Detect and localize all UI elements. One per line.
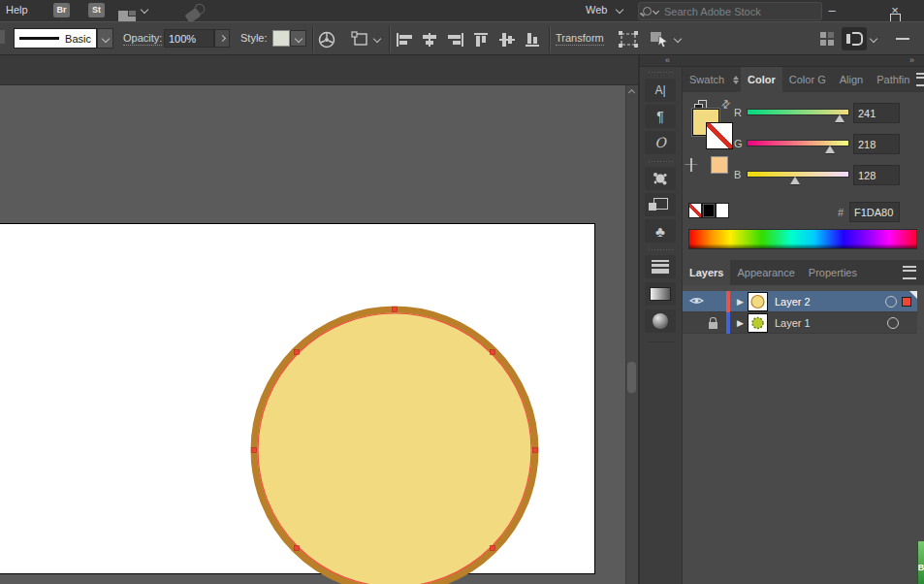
chevron-down-icon (653, 8, 659, 15)
color-spectrum-bar[interactable] (688, 229, 917, 249)
bridge-button[interactable]: Br (53, 3, 70, 17)
value-field-r[interactable] (853, 103, 900, 123)
expand-panels-icon[interactable]: » (909, 55, 914, 65)
style-chevron[interactable] (290, 30, 306, 47)
panel-cycle-icon[interactable] (731, 67, 741, 92)
title-bar: Help Br St Web – × (0, 0, 924, 22)
slider-handle-g[interactable] (825, 146, 835, 153)
scroll-up-icon[interactable] (628, 89, 635, 96)
clipped-control (0, 30, 5, 44)
pathfinder-panel-icon[interactable] (645, 193, 676, 216)
stroke-style-value: Basic (65, 33, 91, 45)
menu-help[interactable]: Help (6, 4, 28, 16)
opacity-field[interactable] (164, 29, 214, 48)
brushes-panel-icon[interactable] (645, 167, 676, 190)
search-input[interactable] (662, 5, 817, 18)
value-field-b[interactable] (853, 165, 900, 185)
bounding-box-icon[interactable] (619, 31, 638, 48)
stroke-panel-icon[interactable] (645, 255, 676, 278)
graphic-style-swatch[interactable] (272, 30, 290, 47)
visibility-eye-icon[interactable] (689, 296, 705, 308)
panel-icon-strip: A| ¶ O ♣ (640, 67, 683, 584)
select-similar-icon[interactable] (650, 31, 671, 48)
arrange-documents-icon[interactable] (118, 11, 136, 21)
divider (389, 26, 391, 52)
slider-handle-b[interactable] (790, 177, 800, 184)
black-swatch[interactable] (702, 203, 716, 218)
color-panel-menu-icon[interactable] (916, 67, 924, 92)
opacity-expand-button[interactable] (214, 29, 230, 48)
vertical-scrollbar[interactable] (625, 85, 638, 584)
none-swatch[interactable] (688, 203, 702, 218)
canvas[interactable] (0, 85, 638, 584)
layer-row-layer1[interactable]: ▶ Layer 1 (683, 312, 917, 334)
target-circle-icon[interactable] (885, 296, 897, 308)
collapse-panels-icon[interactable]: « (665, 55, 670, 65)
character-panel-icon[interactable]: A| (645, 79, 676, 102)
search-icon (643, 7, 652, 16)
layer-thumbnail[interactable] (748, 292, 768, 311)
slider-label-r: R (734, 107, 746, 118)
white-swatch[interactable] (716, 203, 729, 218)
divider (549, 26, 551, 52)
workspace-switcher[interactable]: Web (586, 4, 607, 16)
paragraph-panel-icon[interactable]: ¶ (645, 105, 676, 128)
value-field-g[interactable] (853, 134, 900, 154)
chevron-down-icon[interactable] (373, 35, 381, 43)
transparency-panel-icon[interactable] (645, 309, 676, 333)
slider-handle-r[interactable] (835, 114, 844, 122)
stroke-proxy-swatch[interactable] (706, 122, 733, 149)
document-layout-button[interactable] (842, 27, 867, 50)
hex-field[interactable] (849, 202, 900, 222)
quick-swatches (688, 203, 729, 218)
layer-color-bar (726, 312, 730, 334)
lock-icon[interactable] (705, 317, 720, 329)
document-tab-strip (0, 55, 638, 85)
stroke-style-dropdown[interactable]: Basic (14, 28, 97, 49)
opacity-label[interactable]: Opacity: (123, 32, 162, 46)
expand-chevron-icon[interactable]: ▶ (737, 297, 744, 307)
artwork-layer (0, 85, 638, 584)
tab-appearance[interactable]: Appearance (730, 260, 801, 285)
tab-swatches[interactable]: Swatch (683, 67, 731, 92)
layer-row-layer2[interactable]: ▶ Layer 2 (683, 291, 917, 312)
chevron-down-icon[interactable] (870, 35, 877, 43)
gradient-panel-icon[interactable] (645, 282, 676, 306)
chevron-down-icon[interactable] (141, 6, 148, 14)
expand-chevron-icon[interactable]: ▶ (737, 318, 744, 328)
tab-pathfinder[interactable]: Pathfin (870, 67, 916, 92)
tab-properties[interactable]: Properties (802, 260, 864, 285)
layer-name[interactable]: Layer 2 (775, 296, 885, 308)
gripper[interactable] (648, 71, 675, 75)
layer-name[interactable]: Layer 1 (775, 317, 887, 329)
divider (648, 341, 675, 343)
minimize-button[interactable]: – (822, 1, 842, 20)
web-color-warning-icon[interactable] (690, 158, 692, 172)
shape-properties-icon[interactable] (351, 31, 370, 48)
opentype-panel-icon[interactable]: O (645, 131, 676, 154)
stroke-preview-icon (19, 37, 59, 40)
gripper[interactable] (648, 160, 675, 164)
stroke-style-chevron[interactable] (97, 28, 113, 49)
scrollbar-thumb[interactable] (627, 362, 636, 393)
dock-header: « » (640, 55, 924, 67)
layer-thumbnail[interactable] (748, 313, 768, 333)
target-circle-icon[interactable] (887, 317, 899, 329)
tab-align[interactable]: Align (833, 67, 870, 92)
gripper[interactable] (648, 248, 675, 252)
tab-layers[interactable]: Layers (683, 260, 730, 285)
arrange-documents-icon[interactable] (820, 32, 834, 46)
chevron-down-icon[interactable] (674, 35, 682, 43)
transform-link[interactable]: Transform (556, 32, 604, 46)
symbols-panel-icon[interactable]: ♣ (645, 219, 676, 243)
layers-panel-menu-icon[interactable] (903, 260, 924, 285)
chevron-down-icon[interactable] (616, 6, 623, 14)
close-button[interactable]: × (885, 1, 905, 20)
tab-color[interactable]: Color (741, 67, 782, 92)
tab-color-guide[interactable]: Color G (782, 67, 833, 92)
stock-button[interactable]: St (88, 3, 105, 17)
closest-web-color-swatch[interactable] (711, 156, 728, 174)
recolor-artwork-icon[interactable] (318, 31, 335, 49)
adobe-stock-search[interactable] (638, 2, 822, 20)
peeking-window-badge[interactable]: B (917, 541, 924, 584)
